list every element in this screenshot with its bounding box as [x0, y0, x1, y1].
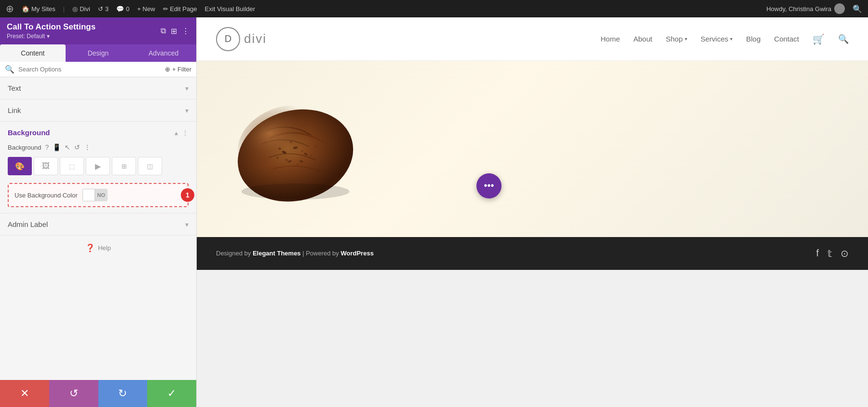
bg-controls-row: Background ? 📱 ↖ ↺ ⋮: [0, 141, 196, 155]
shop-chevron-icon: ▾: [685, 36, 687, 42]
edit-page-link[interactable]: ✏ Edit Page: [163, 5, 197, 13]
bg-type-gradient[interactable]: ⬚: [60, 157, 84, 175]
panel-title-group: Call To Action Settings Preset: Default …: [7, 22, 95, 40]
panel-title: Call To Action Settings: [7, 22, 95, 32]
twitter-icon[interactable]: 𝕥: [827, 248, 832, 259]
cursor-icon[interactable]: ↖: [65, 143, 70, 151]
logo-text: divi: [244, 31, 267, 46]
grid-icon[interactable]: ⊞: [171, 27, 177, 36]
my-sites-link[interactable]: 🏠 My Sites: [22, 5, 55, 13]
cart-icon[interactable]: 🛒: [813, 33, 825, 45]
bg-type-image[interactable]: 🖼: [34, 157, 58, 175]
floating-action-button[interactable]: •••: [476, 173, 502, 198]
panel-preset[interactable]: Preset: Default ▾: [7, 33, 95, 40]
site-below-footer: [197, 270, 868, 407]
bg-type-mask[interactable]: ◫: [138, 157, 162, 175]
svg-point-9: [276, 157, 278, 159]
nav-services[interactable]: Services ▾: [701, 35, 733, 43]
chevron-down-icon-3: ▾: [185, 221, 189, 228]
toggle-no-text: NO: [95, 192, 108, 198]
more-icon[interactable]: ⋮: [182, 27, 190, 36]
help-row[interactable]: ❓ Help: [0, 236, 196, 260]
search-input[interactable]: [18, 66, 161, 73]
footer-credit: Designed by Elegant Themes | Powered by …: [216, 250, 374, 257]
bg-type-pattern[interactable]: ⊞: [112, 157, 136, 175]
section-text-label: Text: [8, 84, 21, 92]
chevron-up-icon[interactable]: ▴: [175, 129, 178, 137]
use-bg-color-toggle[interactable]: NO: [82, 189, 108, 201]
left-panel: Call To Action Settings Preset: Default …: [0, 17, 197, 407]
svg-point-3: [278, 147, 281, 150]
filter-button[interactable]: ⊕ + Filter: [165, 66, 191, 73]
help-label: Help: [98, 244, 111, 252]
bg-label: Background: [8, 144, 41, 151]
use-bg-color-section: Use Background Color NO 1: [8, 183, 189, 207]
section-link[interactable]: Link ▾: [0, 99, 196, 122]
separator: |: [63, 5, 65, 13]
more-dots-icon: •••: [484, 180, 494, 191]
svg-point-6: [285, 159, 288, 161]
bg-type-video[interactable]: ▶: [86, 157, 110, 175]
chevron-down-icon-2: ▾: [185, 107, 189, 114]
nav-blog[interactable]: Blog: [746, 35, 760, 43]
bg-type-icons: 🎨 🖼 ⬚ ▶ ⊞ ◫: [0, 155, 196, 181]
svg-point-2: [242, 183, 350, 200]
section-admin-label[interactable]: Admin Label ▾: [0, 213, 196, 236]
step-badge-1: 1: [181, 188, 194, 202]
nav-shop[interactable]: Shop ▾: [666, 35, 687, 43]
svg-point-7: [310, 154, 312, 156]
search-icon: 🔍: [5, 65, 14, 74]
exit-visual-builder-link[interactable]: Exit Visual Builder: [205, 5, 256, 13]
color-fill-icon: 🎨: [15, 162, 25, 171]
wordpress-text: WordPress: [340, 250, 373, 257]
svg-point-8: [297, 164, 298, 166]
toggle-box: [82, 189, 95, 201]
redo-button[interactable]: ↻: [98, 380, 148, 407]
section-bg-header: Background ▴ ⋮: [0, 122, 196, 141]
more-bg-icon[interactable]: ⋮: [182, 129, 189, 137]
redo-icon: ↻: [118, 387, 127, 400]
reset-icon[interactable]: ↺: [74, 143, 80, 151]
divi-link[interactable]: ◎ Divi: [72, 5, 90, 13]
section-bg-actions: ▴ ⋮: [175, 129, 189, 137]
cancel-button[interactable]: ✕: [0, 380, 49, 407]
nav-contact[interactable]: Contact: [774, 35, 799, 43]
wp-admin-bar: ⊕ 🏠 My Sites | ◎ Divi ↺ 3 💬 0 + New ✏ Ed…: [0, 0, 868, 17]
comments-link[interactable]: 💬 0: [116, 5, 129, 13]
svg-point-10: [315, 146, 317, 148]
instagram-icon[interactable]: ⊙: [841, 248, 849, 259]
new-link[interactable]: + New: [137, 5, 155, 13]
copy-icon[interactable]: ⧉: [161, 27, 166, 35]
undo-button[interactable]: ↺: [49, 380, 98, 407]
nav-about[interactable]: About: [633, 35, 652, 43]
save-button[interactable]: ✓: [147, 380, 196, 407]
logo-circle: D: [216, 27, 240, 51]
panel-header-icons: ⧉ ⊞ ⋮: [161, 27, 190, 36]
mobile-icon[interactable]: 📱: [53, 143, 61, 151]
nav-search-icon[interactable]: 🔍: [838, 34, 849, 44]
section-text[interactable]: Text ▾: [0, 77, 196, 99]
site-nav: D divi Home About Shop ▾ Services ▾: [197, 17, 868, 61]
undo-icon: ↺: [69, 387, 78, 400]
pattern-icon: ⊞: [122, 163, 127, 170]
tab-advanced[interactable]: Advanced: [131, 44, 196, 62]
nav-home[interactable]: Home: [600, 35, 620, 43]
site-hero: •••: [197, 61, 868, 237]
tab-design[interactable]: Design: [66, 44, 131, 62]
facebook-icon[interactable]: f: [816, 248, 819, 259]
site-logo: D divi: [216, 27, 267, 51]
howdy-text: Howdy, Christina Gwira: [766, 3, 845, 14]
wp-logo-icon[interactable]: ⊕: [6, 3, 14, 14]
svg-point-4: [290, 141, 292, 143]
search-bar: 🔍 ⊕ + Filter: [0, 62, 196, 77]
revisions-link[interactable]: ↺ 3: [98, 5, 108, 13]
more-options-icon[interactable]: ⋮: [84, 143, 91, 151]
tab-content[interactable]: Content: [0, 44, 66, 62]
services-chevron-icon: ▾: [730, 36, 732, 42]
help-circle-icon: ❓: [85, 243, 95, 253]
help-icon[interactable]: ?: [45, 143, 49, 151]
bg-type-color[interactable]: 🎨: [8, 157, 32, 175]
admin-search-icon[interactable]: 🔍: [853, 4, 862, 14]
section-bg-title: Background: [8, 128, 50, 137]
site-nav-links: Home About Shop ▾ Services ▾ Blog Contac: [600, 33, 849, 45]
